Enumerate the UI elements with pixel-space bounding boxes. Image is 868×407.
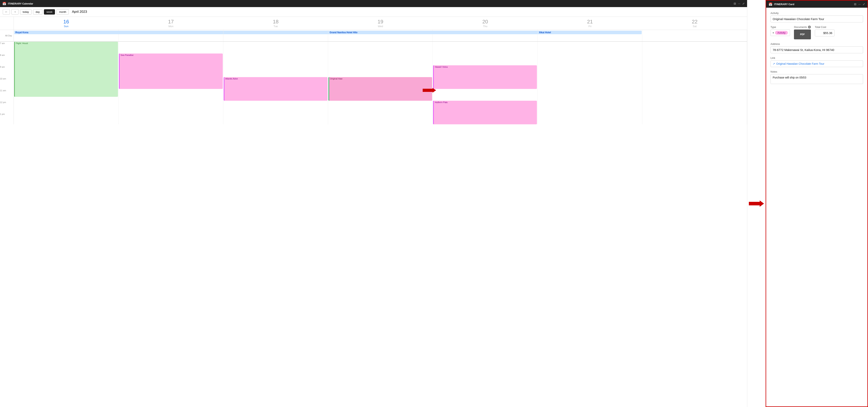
calendar-titlebar-icons: ⊟ ··· ⤢ <box>734 2 745 5</box>
time-12pm: 12 pm <box>0 101 14 112</box>
mon-8am: Sea Paradise <box>119 54 223 65</box>
calendar-date-range: April 2023 <box>72 10 87 14</box>
fri-12pm <box>537 101 642 112</box>
tue-12pm <box>223 101 328 112</box>
address-value: 78-6772 Makenawai St, Kailua-Kona, HI 96… <box>771 46 863 53</box>
wed-7am <box>328 42 433 54</box>
day-label-sat: 22 Sat <box>642 17 747 30</box>
ilikai-bar[interactable]: Ilikai Hotel <box>538 31 642 34</box>
type-badge: Activity <box>775 31 788 35</box>
day-label-wed: 19 Wed <box>328 17 433 30</box>
tue-7am <box>223 42 328 54</box>
allday-wed: Grand Naniloa Hotel Hilo <box>328 30 433 41</box>
wed-8am <box>328 54 433 65</box>
allday-sat <box>642 30 747 41</box>
allday-fri: Ilikai Hotel <box>537 30 642 41</box>
thu-11am <box>433 89 537 101</box>
sea-paradise-event[interactable]: Sea Paradise <box>119 54 223 89</box>
card-titlebar-icons: ⊟ ··· ⤢ <box>854 3 865 6</box>
month-button[interactable]: month <box>57 9 69 14</box>
total-cost-label: Total Cost <box>815 26 835 29</box>
time-7am: 7 am <box>0 42 14 54</box>
day-label-fri: 21 Fri <box>537 17 642 30</box>
wed-10am: Original Haw <box>328 77 433 89</box>
fri-10am <box>537 77 642 89</box>
days-header: 16 Sun 17 Mon 18 Tue 19 Wed <box>0 17 747 30</box>
more-icon[interactable]: ··· <box>738 2 740 5</box>
card-filter-icon[interactable]: ⊟ <box>854 3 857 6</box>
prev-button[interactable]: ← <box>3 9 10 14</box>
thu-7am <box>433 42 537 54</box>
day-button[interactable]: day <box>33 9 42 14</box>
calendar-titlebar: 📅 ITINERARY Calendar ⊟ ··· ⤢ <box>0 0 747 7</box>
tue-9am <box>223 65 328 77</box>
next-button[interactable]: → <box>11 9 19 14</box>
sat-7am <box>642 42 747 54</box>
today-button[interactable]: today <box>20 9 32 14</box>
mon-11am <box>119 89 223 101</box>
flight-event[interactable]: Flight: Houst <box>14 42 118 97</box>
time-1pm: 1 pm <box>0 112 14 124</box>
allday-tue <box>223 30 328 41</box>
fri-7am <box>537 42 642 54</box>
sat-11am <box>642 89 747 101</box>
card-more-icon[interactable]: ··· <box>858 3 861 6</box>
day-label-sun: 16 Sun <box>14 17 119 30</box>
tue-8am <box>223 54 328 65</box>
fri-11am <box>537 89 642 101</box>
fri-9am <box>537 65 642 77</box>
notes-label: Notes <box>771 70 863 73</box>
notes-value: Purchase will ship on 05/03 <box>771 74 863 84</box>
info-icon: i <box>808 26 811 29</box>
hulihee-event[interactable]: Hulihe'e Pala <box>433 101 537 124</box>
day-label-mon: 17 Mon <box>119 17 223 30</box>
time-11am: 11 am <box>0 89 14 101</box>
sat-10am <box>642 77 747 89</box>
chevron-down-icon: ▾ <box>773 31 774 34</box>
wed-9am <box>328 65 433 77</box>
time-9am: 9 am <box>0 65 14 77</box>
type-selector[interactable]: ▾ Activity <box>771 30 790 36</box>
external-link-icon: ↗ <box>773 62 775 65</box>
sat-1pm <box>642 112 747 124</box>
atlantis-event[interactable]: Atlantis Adve <box>224 77 328 101</box>
documents-section: Documents i PDF <box>794 26 811 39</box>
mon-12pm <box>119 101 223 112</box>
day-label-thu: 20 Thu <box>433 17 537 30</box>
link-label: Link <box>771 57 863 59</box>
filter-icon[interactable]: ⊟ <box>734 2 736 5</box>
card-app-icon: 📅 <box>769 2 773 6</box>
week-button[interactable]: week <box>44 9 55 14</box>
sun-1pm <box>14 112 119 124</box>
total-cost-value: $55.36 <box>815 30 835 36</box>
mon-1pm <box>119 112 223 124</box>
fri-8am <box>537 54 642 65</box>
card-resize-icon[interactable]: ⤢ <box>863 3 865 6</box>
calendar-grid: 16 Sun 17 Mon 18 Tue 19 Wed <box>0 17 747 407</box>
thu-8am <box>433 54 537 65</box>
activity-label: Activity <box>771 11 863 14</box>
tue-10am: Atlantis Adve <box>223 77 328 89</box>
address-label: Address <box>771 42 863 45</box>
hawaii-volca-event[interactable]: Hawai'i Volca <box>433 65 537 89</box>
card-titlebar: 📅 ITINERARY Card ⊟ ··· ⤢ <box>766 1 867 8</box>
time-10am: 10 am <box>0 77 14 89</box>
total-cost-section: Total Cost $55.36 <box>815 26 835 36</box>
panel-separator-arrow <box>747 0 766 407</box>
pdf-button[interactable]: PDF <box>794 30 811 39</box>
thu-12pm: Hulihe'e Pala <box>433 101 537 112</box>
time-8am: 8 am <box>0 54 14 65</box>
sun-12pm <box>14 101 119 112</box>
activity-value: Original Hawaiian Chocolate Farm Tour <box>771 15 863 23</box>
allday-sun: Royal Kona <box>14 30 119 41</box>
type-docs-cost-row: Type ▾ Activity Documents i PDF Total Co… <box>771 26 863 39</box>
day-label-tue: 18 Tue <box>223 17 328 30</box>
wed-12pm <box>328 101 433 112</box>
calendar-app-icon: 📅 <box>2 2 6 5</box>
resize-icon[interactable]: ⤢ <box>742 2 745 5</box>
original-haw-event[interactable]: Original Haw <box>329 77 432 101</box>
link-value[interactable]: ↗ Original Hawaiian Chocolate Farm Tour <box>771 60 863 67</box>
type-label: Type <box>771 26 790 29</box>
calendar-title: ITINERARY Calendar <box>8 2 732 5</box>
allday-row: All Day Royal Kona Grand Naniloa Hotel H… <box>0 30 747 42</box>
